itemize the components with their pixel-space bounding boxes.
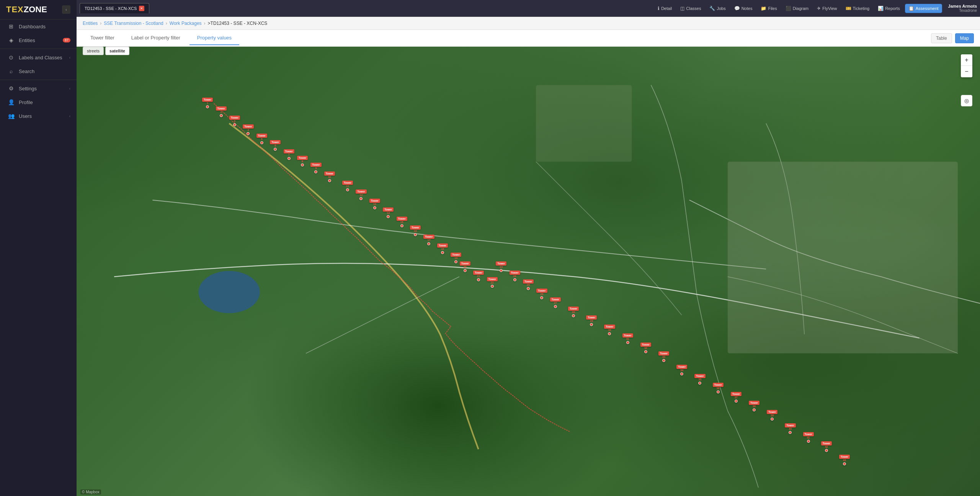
ticketing-icon: 🎫: [846, 6, 851, 11]
tower-marker[interactable]: Tower 6: [270, 140, 281, 151]
tower-marker[interactable]: Tower 33: [658, 351, 669, 362]
filter-tab-property-values[interactable]: Property values: [189, 31, 239, 45]
nav-classes[interactable]: ◫ Classes: [677, 4, 704, 13]
users-icon: 👥: [7, 113, 15, 119]
nav-assessment[interactable]: 📋 Assessment: [905, 4, 942, 13]
tower-marker[interactable]: Tower 4: [243, 124, 253, 135]
nav-notes[interactable]: 💬 Notes: [731, 4, 756, 13]
tower-marker[interactable]: Tower 24: [510, 271, 520, 281]
diagram-icon: ⬛: [786, 6, 791, 11]
tower-marker[interactable]: Tower 32: [640, 343, 651, 353]
settings-arrow: ‹: [69, 86, 70, 91]
breadcrumb-work-packages[interactable]: Work Packages: [170, 21, 202, 26]
tower-marker[interactable]: Tower 10: [324, 171, 335, 182]
breadcrumb-sse[interactable]: SSE Transmission - Scotland: [104, 21, 163, 26]
settings-icon: ⚙: [7, 85, 15, 91]
sidebar-item-users[interactable]: 👥 Users ‹: [0, 109, 77, 123]
tower-marker[interactable]: Tower 40: [785, 423, 795, 434]
tower-marker[interactable]: Tower 25: [523, 279, 534, 290]
tower-marker[interactable]: Tower 2: [216, 106, 227, 117]
filter-tab-tower[interactable]: Tower filter: [83, 31, 122, 45]
tower-marker[interactable]: Tower 8: [297, 156, 308, 166]
nav-diagram[interactable]: ⬛ Diagram: [782, 4, 812, 13]
entities-icon: ◈: [7, 37, 15, 43]
tower-marker[interactable]: Tower 7: [284, 149, 294, 160]
nav-ticketing[interactable]: 🎫 Ticketing: [842, 4, 873, 13]
tower-marker[interactable]: Tower 42: [821, 441, 832, 452]
tower-marker[interactable]: Tower 18: [437, 243, 448, 254]
nav-flyview[interactable]: ✈ FlyView: [813, 4, 840, 13]
locate-btn[interactable]: ◎: [961, 95, 972, 106]
tower-marker[interactable]: Tower 26: [536, 289, 547, 299]
sidebar-item-entities[interactable]: ◈ Entities 87: [0, 33, 77, 47]
zoom-controls: + −: [961, 54, 972, 77]
tower-marker[interactable]: Tower 11: [342, 181, 353, 191]
tab-close-btn[interactable]: ✕: [139, 6, 144, 11]
tower-marker[interactable]: Tower 21: [473, 271, 484, 281]
zoom-in-btn[interactable]: +: [961, 54, 972, 66]
zoom-out-btn[interactable]: −: [961, 66, 972, 77]
tower-marker[interactable]: Tower 27: [550, 297, 561, 308]
tower-marker[interactable]: Tower 28: [568, 307, 579, 317]
map-view-btn[interactable]: Map: [955, 33, 974, 43]
tower-marker[interactable]: Tower 35: [694, 374, 705, 385]
map-type-toggle: streets satellite: [83, 47, 129, 55]
tower-marker[interactable]: Tower 15: [397, 217, 407, 227]
view-toggle: Table Map: [931, 33, 974, 43]
tower-marker[interactable]: Tower 3: [229, 116, 240, 126]
tower-marker[interactable]: Tower 29: [586, 315, 597, 326]
svg-point-0: [199, 271, 260, 313]
tower-marker[interactable]: Tower 39: [767, 410, 777, 421]
tower-marker[interactable]: Tower 36: [713, 383, 724, 393]
tower-marker[interactable]: Tower 9: [310, 163, 321, 173]
detail-icon: ℹ: [658, 6, 660, 11]
tower-marker[interactable]: Tower 20: [460, 261, 470, 272]
nav-reports[interactable]: 📊 Reports: [874, 4, 903, 13]
breadcrumb-entities[interactable]: Entities: [83, 21, 98, 26]
sidebar-logo: TEXZONE ‹: [0, 0, 77, 20]
tower-marker[interactable]: Tower 22: [487, 277, 498, 288]
sidebar-item-settings[interactable]: ⚙ Settings ‹: [0, 82, 77, 95]
tower-marker[interactable]: Tower 1: [202, 98, 213, 108]
map-background: Tower 1 Tower 2 Tower 3 Tower 4 Tower 5 …: [77, 47, 980, 496]
breadcrumb: Entities › SSE Transmission - Scotland ›…: [77, 17, 980, 30]
users-arrow: ‹: [69, 114, 70, 118]
tower-marker[interactable]: Tower 12: [356, 189, 366, 200]
tab-label: TD12453 - SSE - XCN-XCS: [85, 6, 137, 11]
tower-marker[interactable]: Tower 41: [803, 432, 814, 443]
table-view-btn[interactable]: Table: [931, 33, 952, 43]
notes-icon: 💬: [734, 6, 740, 11]
tower-marker[interactable]: Tower 43: [839, 455, 850, 465]
tower-marker[interactable]: Tower 37: [731, 392, 742, 403]
sidebar-item-search[interactable]: ⌕ Search: [0, 64, 77, 78]
tower-marker[interactable]: Tower 17: [423, 235, 434, 245]
nav-jobs[interactable]: 🔧 Jobs: [706, 4, 729, 13]
topbar-tab-active[interactable]: TD12453 - SSE - XCN-XCS ✕: [80, 3, 149, 13]
map-attribution: © Mapbox: [80, 489, 101, 494]
tower-marker[interactable]: Tower 14: [383, 207, 394, 218]
streets-btn[interactable]: streets: [83, 47, 104, 55]
tower-marker[interactable]: Tower 16: [410, 225, 421, 236]
tower-marker[interactable]: Tower 5: [256, 134, 267, 144]
user-company: Texadrone: [959, 8, 977, 13]
classes-icon: ◫: [680, 6, 684, 11]
tower-marker[interactable]: Tower 13: [369, 199, 380, 209]
sidebar-item-labels-classes[interactable]: ⊙ Labels and Classes ‹: [0, 51, 77, 64]
tower-label: Tower: [202, 98, 213, 102]
tower-marker[interactable]: Tower 23: [496, 261, 506, 272]
tower-marker[interactable]: Tower 30: [604, 325, 615, 335]
nav-detail[interactable]: ℹ Detail: [654, 4, 675, 13]
sidebar-item-dashboards[interactable]: ⊞ Dashboards: [0, 20, 77, 33]
nav-files[interactable]: 📁 Files: [757, 4, 780, 13]
tower-marker[interactable]: Tower 34: [676, 365, 687, 375]
flyview-icon: ✈: [817, 6, 821, 11]
tower-marker[interactable]: Tower 38: [749, 401, 760, 411]
sidebar-item-profile[interactable]: 👤 Profile: [0, 95, 77, 109]
topbar-nav: ℹ Detail ◫ Classes 🔧 Jobs 💬 Notes 📁 File…: [654, 4, 977, 13]
tower-marker[interactable]: Tower 31: [622, 333, 633, 344]
svg-rect-2: [536, 85, 632, 162]
filter-tab-label-property[interactable]: Label or Property filter: [124, 31, 188, 45]
sidebar-collapse-btn[interactable]: ‹: [62, 5, 70, 14]
map-container[interactable]: Tower 1 Tower 2 Tower 3 Tower 4 Tower 5 …: [77, 47, 980, 496]
satellite-btn[interactable]: satellite: [105, 47, 129, 55]
